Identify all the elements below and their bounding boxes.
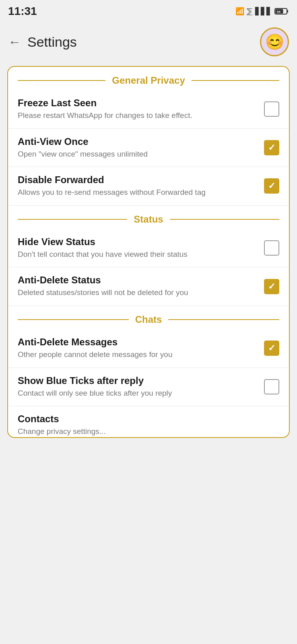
setting-desc-anti-delete-messages: Other people cannot delete messages for …	[18, 349, 258, 360]
setting-text-disable-forwarded: Disable Forwarded Allows you to re-send …	[18, 174, 264, 198]
section-line-left	[18, 80, 105, 81]
settings-card: General Privacy Freeze Last Seen Please …	[7, 66, 290, 438]
setting-anti-view-once: Anti-View Once Open "view once" messages…	[8, 129, 289, 167]
setting-contacts: Contacts Change privacy settings...	[8, 406, 289, 437]
status-time: 11:31	[8, 5, 37, 18]
checkbox-disable-forwarded[interactable]	[264, 178, 279, 194]
section-title-status: Status	[127, 214, 169, 225]
setting-desc-show-blue-ticks: Contact will only see blue ticks after y…	[18, 388, 258, 399]
section-header-status: Status	[8, 206, 289, 229]
setting-desc-disable-forwarded: Allows you to re-send messages without F…	[18, 187, 258, 198]
setting-desc-hide-view-status: Don't tell contact that you have viewed …	[18, 249, 258, 260]
status-bar: 11:31 📶 ⅀ ▋▋▋ 55	[0, 0, 297, 21]
section-line-chats-left	[18, 319, 129, 320]
checkbox-anti-view-once[interactable]	[264, 140, 279, 155]
setting-show-blue-ticks: Show Blue Ticks after reply Contact will…	[8, 368, 289, 407]
setting-anti-delete-status: Anti-Delete Status Deleted statuses/stor…	[8, 267, 289, 306]
svg-text:55: 55	[277, 10, 280, 14]
wifi-icon: 📶	[235, 7, 244, 16]
setting-text-anti-view-once: Anti-View Once Open "view once" messages…	[18, 136, 264, 160]
setting-title-show-blue-ticks: Show Blue Ticks after reply	[18, 375, 258, 386]
section-title-chats: Chats	[129, 314, 169, 325]
signal-bars-icon: ▋▋▋	[255, 7, 272, 16]
section-header-chats: Chats	[8, 306, 289, 329]
header-left: ← Settings	[8, 34, 77, 50]
setting-desc-anti-view-once: Open "view once" messages unlimited	[18, 149, 258, 160]
setting-title-anti-delete-status: Anti-Delete Status	[18, 275, 258, 286]
setting-title-anti-delete-messages: Anti-Delete Messages	[18, 336, 258, 348]
status-icons: 📶 ⅀ ▋▋▋ 55	[235, 7, 289, 16]
setting-desc-contacts: Change privacy settings...	[18, 426, 273, 437]
page-header: ← Settings 😊	[0, 21, 297, 63]
avatar-emoji: 😊	[265, 33, 284, 51]
setting-text-hide-view-status: Hide View Status Don't tell contact that…	[18, 236, 264, 260]
section-line-status-left	[18, 219, 127, 220]
section-line-right	[192, 80, 279, 81]
section-line-status-right	[170, 219, 279, 220]
checkbox-anti-delete-messages[interactable]	[264, 341, 279, 356]
section-header-general-privacy: General Privacy	[8, 67, 289, 90]
section-title-general-privacy: General Privacy	[105, 75, 191, 86]
section-line-chats-right	[168, 319, 279, 320]
avatar[interactable]: 😊	[260, 27, 289, 56]
setting-text-freeze-last-seen: Freeze Last Seen Please restart WhatsApp…	[18, 97, 264, 121]
setting-title-contacts: Contacts	[18, 413, 273, 425]
battery-icon: 55	[274, 7, 289, 15]
setting-desc-anti-delete-status: Deleted statuses/stories will not be del…	[18, 287, 258, 298]
setting-text-contacts: Contacts Change privacy settings...	[18, 413, 279, 437]
checkbox-anti-delete-status[interactable]	[264, 279, 279, 294]
setting-hide-view-status: Hide View Status Don't tell contact that…	[8, 229, 289, 268]
setting-title-anti-view-once: Anti-View Once	[18, 136, 258, 147]
checkbox-show-blue-ticks[interactable]	[264, 379, 279, 394]
checkbox-freeze-last-seen[interactable]	[264, 101, 279, 117]
setting-anti-delete-messages: Anti-Delete Messages Other people cannot…	[8, 329, 289, 368]
setting-freeze-last-seen: Freeze Last Seen Please restart WhatsApp…	[8, 90, 289, 129]
checkbox-hide-view-status[interactable]	[264, 240, 279, 256]
back-button[interactable]: ←	[8, 35, 21, 50]
setting-title-disable-forwarded: Disable Forwarded	[18, 174, 258, 186]
svg-rect-1	[287, 10, 288, 12]
page-title: Settings	[27, 34, 77, 50]
setting-text-anti-delete-messages: Anti-Delete Messages Other people cannot…	[18, 336, 264, 360]
setting-desc-freeze-last-seen: Please restart WhatsApp for changes to t…	[18, 110, 258, 121]
setting-title-hide-view-status: Hide View Status	[18, 236, 258, 248]
signal-icon: ⅀	[247, 7, 253, 16]
setting-title-freeze-last-seen: Freeze Last Seen	[18, 97, 258, 109]
setting-text-show-blue-ticks: Show Blue Ticks after reply Contact will…	[18, 375, 264, 399]
setting-text-anti-delete-status: Anti-Delete Status Deleted statuses/stor…	[18, 275, 264, 298]
setting-disable-forwarded: Disable Forwarded Allows you to re-send …	[8, 167, 289, 206]
